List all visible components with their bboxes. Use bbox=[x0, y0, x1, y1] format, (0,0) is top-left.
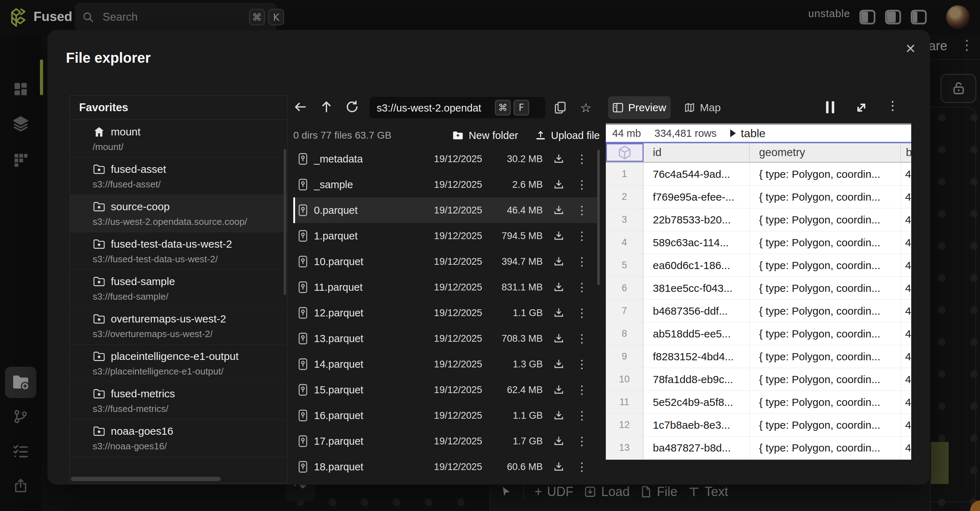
file-row[interactable]: 16.parquet 19/12/2025 1.1 GB ⋮ bbox=[293, 403, 600, 428]
table-row[interactable]: 8 ab518dd5-ee5... { type: Polygon, coord… bbox=[606, 323, 911, 345]
file-row[interactable]: 12.parquet 19/12/2025 1.1 GB ⋮ bbox=[293, 300, 600, 326]
file-date: 19/12/2025 bbox=[414, 205, 482, 216]
table-row[interactable]: 5 ea60d6c1-186... { type: Polygon, coord… bbox=[606, 254, 911, 277]
file-row[interactable]: 0.parquet 19/12/2025 46.4 MB ⋮ bbox=[293, 197, 600, 223]
download-button[interactable] bbox=[543, 384, 575, 396]
file-menu-icon[interactable]: ⋮ bbox=[575, 178, 589, 191]
table-node-label: table bbox=[741, 127, 765, 140]
favorite-item[interactable]: overturemaps-us-west-2 s3://overturemaps… bbox=[70, 307, 287, 345]
file-row[interactable]: 10.parquet 19/12/2025 394.7 MB ⋮ bbox=[293, 249, 600, 274]
collapsed-triangle-icon bbox=[730, 129, 736, 137]
table-row[interactable]: 13 ba487827-b8d... { type: Polygon, coor… bbox=[606, 436, 911, 459]
favorite-path: s3://noaa-goes16/ bbox=[93, 441, 287, 452]
column-header-geometry[interactable]: geometry bbox=[750, 143, 901, 162]
file-menu-icon[interactable]: ⋮ bbox=[575, 255, 589, 268]
favorite-item[interactable]: noaa-goes16 s3://noaa-goes16/ bbox=[70, 419, 287, 457]
tab-map[interactable]: Map bbox=[684, 96, 721, 119]
file-size: 30.2 MB bbox=[482, 154, 543, 165]
column-header-id[interactable]: id bbox=[644, 143, 750, 162]
favorite-item[interactable]: fused-asset s3://fused-asset/ bbox=[70, 158, 287, 195]
file-row[interactable]: 13.parquet 19/12/2025 708.3 MB ⋮ bbox=[293, 326, 600, 351]
download-button[interactable] bbox=[543, 230, 575, 242]
download-button[interactable] bbox=[543, 153, 575, 165]
path-input[interactable] bbox=[369, 97, 492, 119]
file-menu-icon[interactable]: ⋮ bbox=[575, 229, 589, 243]
download-button[interactable] bbox=[543, 205, 575, 216]
table-row[interactable]: 4 589c63ac-114... { type: Polygon, coord… bbox=[606, 231, 911, 254]
file-menu-icon[interactable]: ⋮ bbox=[575, 204, 589, 217]
table-row[interactable]: 9 f8283152-4bd4... { type: Polygon, coor… bbox=[606, 345, 911, 368]
file-menu-icon[interactable]: ⋮ bbox=[575, 435, 589, 448]
file-menu-icon[interactable]: ⋮ bbox=[575, 460, 589, 474]
favorite-item[interactable]: fused-sample s3://fused-sample/ bbox=[70, 270, 287, 307]
file-date: 19/12/2025 bbox=[414, 256, 482, 267]
new-folder-button[interactable]: New folder bbox=[452, 130, 518, 142]
file-date: 19/12/2025 bbox=[414, 282, 482, 293]
table-row[interactable]: 12 1c7b8aeb-8e3... { type: Polygon, coor… bbox=[606, 414, 911, 436]
file-menu-icon[interactable]: ⋮ bbox=[575, 332, 589, 345]
download-button[interactable] bbox=[543, 256, 575, 267]
copy-icon bbox=[554, 101, 566, 114]
copy-path-button[interactable] bbox=[551, 98, 570, 117]
table-node-toggle[interactable]: table bbox=[730, 127, 765, 140]
favorite-item[interactable]: fused-metrics s3://fused-metrics/ bbox=[70, 382, 287, 419]
favorites-horizontal-scrollbar[interactable] bbox=[71, 477, 221, 481]
download-button[interactable] bbox=[543, 179, 575, 190]
file-list-scrollbar[interactable] bbox=[597, 150, 600, 285]
table-row[interactable]: 6 381ee5cc-f043... { type: Polygon, coor… bbox=[606, 277, 911, 300]
refresh-button[interactable] bbox=[342, 96, 362, 118]
table-row[interactable]: 11 5e52c4b9-a5f8... { type: Polygon, coo… bbox=[606, 391, 911, 414]
row-number: 8 bbox=[606, 323, 644, 345]
favorite-path: s3://us-west-2.opendata.source.coop/ bbox=[93, 216, 287, 228]
file-menu-icon[interactable]: ⋮ bbox=[575, 280, 589, 294]
file-row[interactable]: 14.parquet 19/12/2025 1.3 GB ⋮ bbox=[293, 351, 600, 377]
download-icon bbox=[553, 256, 565, 267]
download-button[interactable] bbox=[543, 461, 575, 473]
table-row[interactable]: 10 78fa1dd8-eb9c... { type: Polygon, coo… bbox=[606, 368, 911, 391]
favorite-item[interactable]: source-coop s3://us-west-2.opendata.sour… bbox=[70, 195, 287, 232]
up-button[interactable] bbox=[317, 96, 336, 118]
favorite-path-button[interactable]: ☆ bbox=[577, 98, 595, 117]
favorite-name: overturemaps-us-west-2 bbox=[111, 313, 226, 325]
file-row[interactable]: 18.parquet 19/12/2025 60.6 MB ⋮ bbox=[293, 454, 600, 474]
file-row[interactable]: 17.parquet 19/12/2025 1.7 GB ⋮ bbox=[293, 428, 600, 454]
cell-clipped: 4 bbox=[901, 254, 911, 277]
expand-icon[interactable] bbox=[853, 100, 869, 115]
geometry-column-selector[interactable] bbox=[606, 143, 644, 162]
table-row[interactable]: 2 f769e95a-efee-... { type: Polygon, coo… bbox=[606, 186, 911, 209]
file-row[interactable]: _sample 19/12/2025 2.6 MB ⋮ bbox=[293, 172, 600, 197]
close-icon[interactable]: ✕ bbox=[901, 39, 920, 58]
tab-preview[interactable]: Preview bbox=[608, 96, 671, 119]
download-button[interactable] bbox=[543, 435, 575, 447]
cell-id: 76c4a544-9ad... bbox=[644, 163, 750, 186]
file-menu-icon[interactable]: ⋮ bbox=[575, 357, 589, 371]
table-row[interactable]: 3 22b78533-b20... { type: Polygon, coord… bbox=[606, 209, 911, 231]
folder-star-icon bbox=[93, 313, 105, 325]
file-menu-icon[interactable]: ⋮ bbox=[575, 306, 589, 320]
cell-id: 1c7b8aeb-8e3... bbox=[644, 414, 750, 436]
file-menu-icon[interactable]: ⋮ bbox=[575, 383, 589, 396]
download-button[interactable] bbox=[543, 307, 575, 318]
pause-button[interactable] bbox=[823, 101, 837, 114]
favorite-item[interactable]: fused-test-data-us-west-2 s3://fused-tes… bbox=[70, 232, 287, 270]
favorite-item[interactable]: placeintelligence-e1-output s3://placein… bbox=[70, 345, 287, 382]
file-row[interactable]: _metadata 19/12/2025 30.2 MB ⋮ bbox=[293, 146, 600, 172]
download-button[interactable] bbox=[543, 358, 575, 370]
cell-id: ab518dd5-ee5... bbox=[644, 323, 750, 345]
file-row[interactable]: 15.parquet 19/12/2025 62.4 MB ⋮ bbox=[293, 377, 600, 403]
preview-menu-icon[interactable]: ⋮ bbox=[886, 98, 900, 117]
table-row[interactable]: 7 b4687356-ddf... { type: Polygon, coord… bbox=[606, 300, 911, 323]
file-row[interactable]: 11.parquet 19/12/2025 831.1 MB ⋮ bbox=[293, 274, 600, 300]
table-row[interactable]: 1 76c4a544-9ad... { type: Polygon, coord… bbox=[606, 163, 911, 186]
favorites-vertical-scrollbar[interactable] bbox=[284, 149, 286, 295]
file-menu-icon[interactable]: ⋮ bbox=[575, 409, 589, 422]
preview-size: 44 mb bbox=[612, 127, 641, 139]
file-menu-icon[interactable]: ⋮ bbox=[575, 152, 589, 166]
favorite-item[interactable]: mount /mount/ bbox=[70, 120, 287, 158]
back-button[interactable] bbox=[290, 96, 310, 118]
download-button[interactable] bbox=[543, 282, 575, 293]
file-row[interactable]: 1.parquet 19/12/2025 794.5 MB ⋮ bbox=[293, 223, 600, 249]
download-button[interactable] bbox=[543, 333, 575, 344]
download-button[interactable] bbox=[543, 410, 575, 421]
upload-file-button[interactable]: Upload file bbox=[535, 130, 600, 142]
